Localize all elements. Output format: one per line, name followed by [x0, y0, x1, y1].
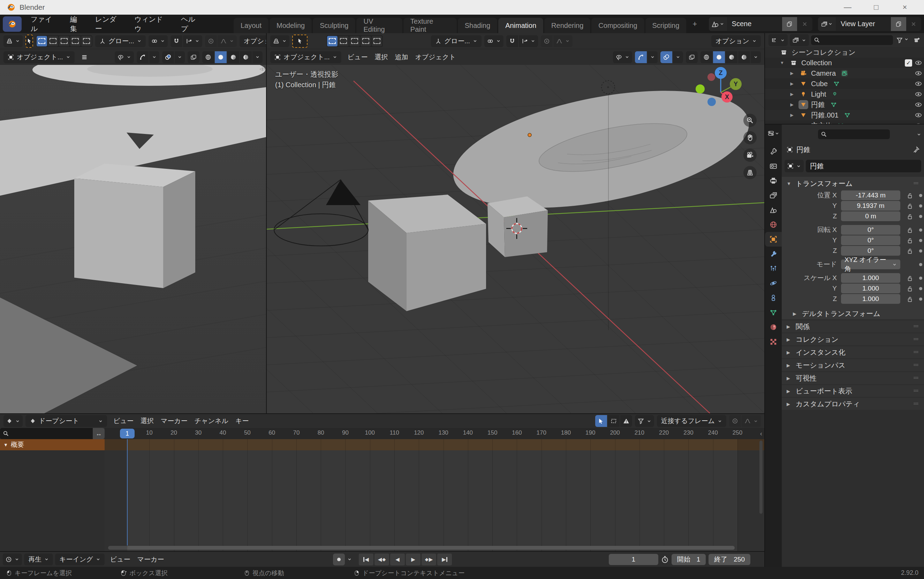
camera-view-button[interactable]	[743, 149, 757, 162]
snap-toggle[interactable]	[506, 35, 518, 47]
gizmo-y-axis[interactable]: Y	[730, 78, 742, 90]
panel-grip-icon[interactable]	[912, 363, 920, 368]
minimize-button[interactable]: —	[836, 3, 860, 12]
navigation-gizmo[interactable]: Z Y X	[693, 67, 745, 109]
shading-wireframe-button[interactable]	[202, 51, 214, 63]
overlays-dropdown[interactable]	[175, 51, 185, 63]
rotation-mode-dropdown[interactable]: XYZ オイラー角	[841, 260, 900, 269]
maximize-button[interactable]: □	[864, 3, 888, 12]
timeline-menu-item[interactable]: マーカー	[134, 555, 168, 564]
gizmo-x-axis[interactable]: X	[722, 92, 733, 103]
eye-icon[interactable]	[915, 111, 922, 119]
expander-arrow[interactable]: ▶	[788, 102, 796, 107]
copy-scene-button[interactable]	[782, 17, 797, 31]
main-viewport-canvas[interactable]: ユーザー・透視投影 (1) Collection | 円錐 Z Y X	[267, 65, 764, 413]
shading-rendered-button[interactable]	[240, 51, 252, 63]
outliner-row[interactable]: ▼ Collection ✓	[765, 57, 924, 68]
next-keyframe-button[interactable]: ◆▶	[421, 554, 436, 565]
gizmo-toggle[interactable]	[635, 51, 647, 63]
properties-tab[interactable]	[765, 188, 782, 203]
jump-to-end-button[interactable]: ▶	[437, 554, 452, 565]
falloff-dropdown[interactable]	[217, 35, 237, 47]
proportional-toggle[interactable]	[729, 415, 741, 427]
animate-dot[interactable]	[919, 239, 922, 242]
blender-menu-button[interactable]	[3, 16, 21, 32]
expander-arrow[interactable]: ▶	[788, 81, 796, 86]
properties-filter-dropdown[interactable]	[917, 132, 921, 137]
transform-value-field[interactable]: 1.000	[841, 273, 900, 283]
properties-search-input[interactable]	[818, 129, 890, 139]
topbar-menu-item[interactable]: ヘルプ	[176, 16, 207, 32]
properties-tab[interactable]	[765, 232, 782, 247]
transform-value-field[interactable]: 0 m	[841, 211, 900, 221]
animate-dot[interactable]	[919, 194, 922, 197]
editor-type-button[interactable]	[270, 35, 289, 47]
workspace-tab[interactable]: Layout	[233, 18, 268, 33]
editor-type-button[interactable]	[3, 554, 22, 565]
collapsed-menus-button[interactable]	[77, 54, 91, 61]
auto-keying-dropdown[interactable]	[346, 557, 353, 561]
properties-tab[interactable]	[765, 334, 782, 349]
mode-dropdown[interactable]: オブジェクト...	[3, 51, 75, 63]
eye-icon[interactable]	[915, 59, 922, 66]
orientation-dropdown[interactable]: グロー...	[95, 35, 146, 47]
horizontal-scrollbar[interactable]	[108, 546, 735, 550]
keyframe-area[interactable]	[104, 439, 764, 552]
animate-dot[interactable]	[919, 263, 922, 266]
eye-icon[interactable]	[915, 70, 922, 77]
select-extend-button[interactable]	[48, 36, 58, 46]
previous-keyframe-button[interactable]: ◀◆	[374, 554, 389, 565]
filter-dropdown[interactable]	[635, 415, 654, 427]
dopesheet-menu-item[interactable]: チャンネル	[191, 417, 232, 425]
panel-grip-icon[interactable]	[912, 401, 920, 406]
delta-transform-panel[interactable]: ▶ デルタトランスフォーム	[782, 307, 924, 320]
eye-icon[interactable]	[915, 91, 922, 98]
outliner-row[interactable]: ▶ Camera	[765, 68, 924, 79]
outliner-row[interactable]: ▶ 立方体	[765, 120, 924, 124]
transform-value-field[interactable]: 0°	[841, 225, 900, 235]
panel-collapse-arrow[interactable]: ▼	[787, 181, 792, 186]
display-mode-dropdown[interactable]	[790, 34, 809, 46]
dopesheet-menu-item[interactable]: ビュー	[110, 417, 137, 425]
object-name-field[interactable]: 円錐	[806, 160, 921, 172]
gizmo-neg-y-axis[interactable]	[695, 84, 705, 93]
playback-dropdown[interactable]: 再生	[24, 554, 53, 565]
animate-dot[interactable]	[919, 287, 922, 290]
channel-search-input[interactable]	[0, 428, 93, 439]
new-collection-button[interactable]	[912, 37, 921, 43]
gizmo-neg-x-axis[interactable]	[707, 73, 715, 81]
panel-grip-icon[interactable]	[912, 350, 920, 355]
animate-dot[interactable]	[919, 276, 922, 280]
expander-arrow[interactable]: ▶	[788, 92, 796, 96]
animate-dot[interactable]	[919, 249, 922, 252]
select-invert-button[interactable]	[361, 36, 371, 46]
frame-start-field[interactable]: 開始1	[671, 554, 706, 565]
properties-tab[interactable]	[765, 173, 782, 188]
shading-dropdown[interactable]	[751, 51, 761, 63]
editor-type-button[interactable]	[3, 415, 23, 427]
eye-icon[interactable]	[915, 101, 922, 108]
active-tool-tweak[interactable]	[292, 34, 307, 48]
transform-value-field[interactable]: -17.443 m	[841, 190, 900, 200]
object-id-dropdown[interactable]	[785, 160, 804, 172]
editor-type-button[interactable]	[765, 124, 782, 142]
mode-dropdown[interactable]: オブジェクト...	[270, 51, 341, 63]
snap-toggle[interactable]	[170, 35, 182, 47]
shading-dropdown[interactable]	[253, 51, 263, 63]
lock-icon[interactable]	[904, 213, 915, 220]
properties-tab[interactable]	[765, 159, 782, 173]
topbar-menu-item[interactable]: 編集	[65, 16, 89, 32]
panel-grip-icon[interactable]	[912, 337, 920, 342]
topbar-menu-item[interactable]: ファイル	[26, 16, 64, 32]
properties-tab[interactable]	[765, 144, 782, 159]
pin-icon[interactable]	[913, 146, 920, 153]
outliner-search-input[interactable]	[811, 35, 893, 45]
stopwatch-icon[interactable]	[661, 556, 669, 563]
active-tool-tweak[interactable]	[25, 34, 33, 48]
invert-filter-button[interactable]: ↔	[93, 428, 104, 439]
transform-value-field[interactable]: 0°	[841, 236, 900, 245]
current-frame-badge[interactable]: 1	[120, 429, 135, 438]
lock-icon[interactable]	[904, 285, 915, 292]
dopesheet-menu-item[interactable]: 選択	[137, 417, 157, 425]
shading-solid-button[interactable]	[215, 51, 227, 63]
